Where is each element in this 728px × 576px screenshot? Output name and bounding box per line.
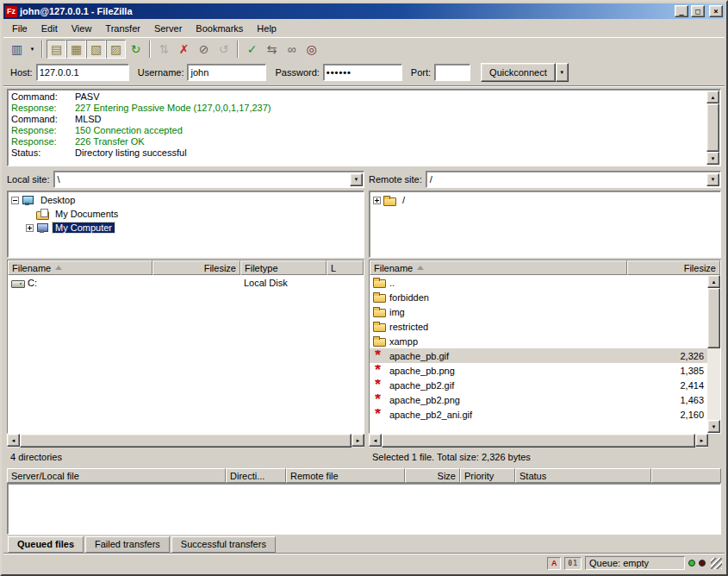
tab-failed-transfers[interactable]: Failed transfers — [85, 536, 170, 553]
menu-server[interactable]: Server — [147, 22, 189, 35]
scrollbar-thumb[interactable] — [706, 103, 719, 152]
log-line: Status: Directory listing successful — [11, 147, 718, 159]
column-filesize[interactable]: Filesize — [627, 260, 720, 275]
close-button[interactable]: × — [709, 5, 723, 17]
quickconnect-dropdown-button[interactable]: ▼ — [556, 63, 569, 82]
local-tree-icon: ▦ — [71, 43, 82, 55]
file-size: 2,326 — [614, 351, 707, 361]
menu-help[interactable]: Help — [250, 22, 283, 35]
reconnect-button[interactable]: ↺ — [214, 40, 233, 59]
process-queue-button[interactable]: ⇅ — [154, 40, 174, 59]
toggle-queue-button[interactable]: ▨ — [106, 40, 126, 59]
column-filename[interactable]: Filename — [8, 260, 152, 275]
column-direction[interactable]: Directi... — [226, 468, 286, 483]
scrollbar-thumb[interactable] — [382, 434, 695, 448]
scroll-right-button[interactable]: ► — [352, 434, 364, 447]
column-last-modified[interactable]: L — [327, 260, 364, 275]
scroll-left-button[interactable]: ◄ — [369, 434, 382, 447]
remote-list-scrollbar[interactable]: ▲ ▼ — [707, 275, 720, 433]
menu-file[interactable]: File — [5, 22, 34, 35]
tree-item-my-computer[interactable]: My Computer — [8, 221, 364, 235]
disconnect-button[interactable]: ⊘ — [194, 40, 214, 59]
tree-item-my-documents[interactable]: My Documents — [8, 207, 364, 221]
site-manager-dropdown-button[interactable]: ▼ — [27, 40, 38, 59]
tree-item-root[interactable]: / — [370, 193, 720, 207]
compare-button[interactable]: ⇆ — [262, 40, 282, 59]
sync-browsing-button[interactable]: ∞ — [282, 40, 302, 59]
log-scrollbar[interactable]: ▲ ▼ — [706, 91, 719, 165]
column-filetype[interactable]: Filetype — [240, 260, 327, 275]
menu-transfer[interactable]: Transfer — [98, 22, 147, 35]
local-horizontal-scrollbar[interactable]: ◄ ► — [7, 434, 364, 448]
menu-bookmarks[interactable]: Bookmarks — [189, 22, 250, 35]
tab-queued-files[interactable]: Queued files — [8, 536, 84, 553]
column-filename[interactable]: Filename — [370, 260, 627, 275]
log-line: Command: MLSD — [11, 114, 718, 125]
file-row[interactable]: forbidden — [370, 290, 707, 304]
file-row[interactable]: xampp — [370, 334, 707, 348]
scroll-right-button[interactable]: ► — [695, 434, 708, 447]
file-row[interactable]: .. — [370, 275, 707, 290]
file-row[interactable]: apache_pb2_ani.gif 2,160 — [370, 407, 707, 422]
password-input[interactable] — [323, 64, 402, 81]
scrollbar-track[interactable] — [707, 348, 720, 420]
column-remote-file[interactable]: Remote file — [286, 468, 405, 483]
site-manager-button[interactable]: ▥ — [7, 40, 27, 59]
scrollbar-thumb[interactable] — [707, 288, 720, 348]
remote-site-combobox[interactable]: / ▼ — [426, 171, 721, 188]
toggle-message-log-button[interactable]: ▤ — [47, 40, 66, 59]
filter-button[interactable]: ✓ — [242, 40, 262, 59]
log-line-type: Status: — [11, 147, 75, 159]
disconnect-icon: ⊘ — [199, 43, 209, 55]
quickconnect-button[interactable]: Quickconnect — [481, 63, 556, 82]
file-row[interactable]: apache_pb2.gif 2,414 — [370, 378, 707, 392]
expander-icon[interactable] — [26, 224, 34, 232]
menu-view[interactable]: View — [65, 22, 99, 35]
scroll-down-button[interactable]: ▼ — [706, 152, 719, 165]
expander-icon[interactable] — [373, 197, 381, 204]
file-row[interactable]: apache_pb2.png 1,463 — [370, 392, 707, 407]
tab-successful-transfers[interactable]: Successful transfers — [171, 536, 276, 553]
chevron-down-icon[interactable]: ▼ — [350, 173, 363, 186]
port-input[interactable] — [434, 64, 470, 81]
tree-item-desktop[interactable]: Desktop — [8, 193, 364, 207]
refresh-button[interactable]: ↻ — [126, 40, 146, 59]
password-label: Password: — [275, 67, 319, 78]
file-row[interactable]: apache_pb.gif 2,326 — [370, 348, 707, 363]
scroll-down-button[interactable]: ▼ — [707, 420, 720, 433]
column-header-label: Size — [438, 471, 456, 481]
file-name: apache_pb2_ani.gif — [389, 410, 472, 420]
column-size[interactable]: Size — [405, 468, 460, 483]
remote-file-rows: .. forbidden img — [370, 275, 707, 433]
scrollbar-thumb[interactable] — [20, 434, 352, 448]
find-files-icon: ◎ — [306, 43, 316, 55]
file-row[interactable]: apache_pb.png 1,385 — [370, 363, 707, 378]
toggle-remote-tree-button[interactable]: ▧ — [86, 40, 106, 59]
cancel-button[interactable]: ✗ — [174, 40, 194, 59]
file-row[interactable]: img — [370, 304, 707, 319]
chevron-down-icon[interactable]: ▼ — [706, 173, 719, 186]
column-priority[interactable]: Priority — [460, 468, 515, 483]
remote-site-row: Remote site: / ▼ — [369, 169, 721, 190]
minimize-button[interactable]: _ — [675, 5, 688, 17]
titlebar[interactable]: Fz john@127.0.0.1 - FileZilla _ □ × — [3, 3, 725, 19]
maximize-button[interactable]: □ — [691, 5, 705, 17]
column-status[interactable]: Status — [515, 468, 651, 483]
local-site-combobox[interactable]: \ ▼ — [53, 171, 364, 188]
menu-edit[interactable]: Edit — [34, 22, 65, 35]
resize-grip[interactable] — [711, 558, 722, 569]
username-input[interactable] — [187, 64, 266, 81]
column-server-local-file[interactable]: Server/Local file — [7, 468, 226, 483]
scroll-up-button[interactable]: ▲ — [706, 91, 719, 103]
expander-icon[interactable] — [11, 197, 19, 204]
remote-horizontal-scrollbar[interactable]: ◄ ► — [369, 434, 721, 448]
cancel-icon: ✗ — [179, 43, 190, 55]
file-row[interactable]: restricted — [370, 319, 707, 334]
toggle-local-tree-button[interactable]: ▦ — [66, 40, 86, 59]
column-filesize[interactable]: Filesize — [152, 260, 240, 275]
scroll-left-button[interactable]: ◄ — [7, 434, 20, 447]
scroll-up-button[interactable]: ▲ — [707, 275, 720, 288]
file-row[interactable]: C: Local Disk — [8, 275, 364, 290]
host-input[interactable] — [36, 64, 129, 81]
find-files-button[interactable]: ◎ — [302, 40, 321, 59]
